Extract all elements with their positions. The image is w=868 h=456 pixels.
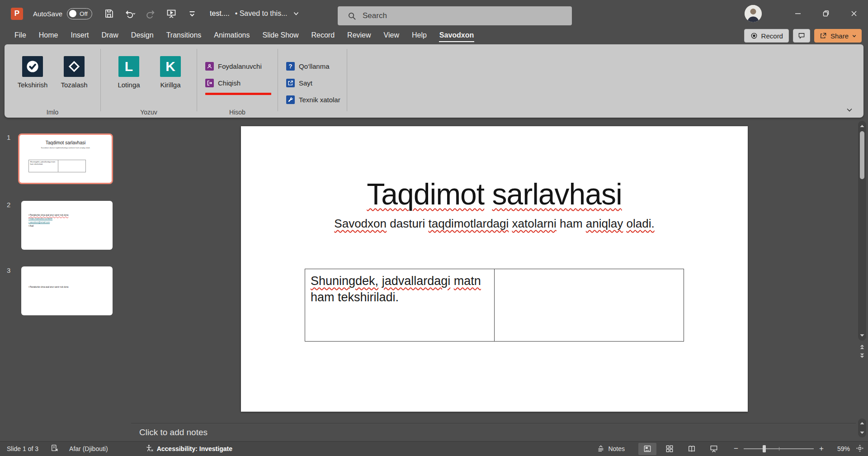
file-name[interactable]: test.... — [210, 10, 230, 18]
mini-bullet: • Paxtakorlar olma asal anor samir nok d… — [28, 214, 113, 217]
zoom-in-button[interactable]: + — [816, 444, 826, 453]
mini-slide-table: Shuningdek, jadvallardagi matn ham teksh… — [28, 160, 85, 172]
tab-home[interactable]: Home — [33, 28, 65, 43]
ribbon-button-chiqish[interactable]: Chiqish — [205, 75, 271, 91]
mini-bullet-list: • Paxtakorlar olma asal anor samir nok d… — [21, 266, 113, 289]
ribbon-button-tozalash[interactable]: Tozalash — [55, 56, 93, 89]
tab-savodxon[interactable]: Savodxon — [433, 28, 480, 43]
close-button[interactable] — [840, 0, 868, 27]
language-indicator[interactable]: Afar (Djibouti) — [69, 445, 108, 452]
ribbon-button-lotinga[interactable]: LLotinga — [110, 56, 148, 89]
powerpoint-window: P AutoSave Off test.... • Saved — [0, 0, 868, 456]
ribbon-button-tekshirish[interactable]: Tekshirish — [14, 56, 52, 89]
thumbnail-preview[interactable]: • Paxtakorlar olma asal anor samir nok d… — [21, 266, 113, 315]
slide-table[interactable]: Shuningdek, jadvallardagi matn ham teksh… — [305, 269, 684, 342]
zoom-out-button[interactable]: − — [731, 444, 741, 453]
slide-subtitle[interactable]: Savodxon dasturi taqdimotlardagi xatolar… — [241, 217, 748, 231]
scroll-down-icon[interactable] — [859, 332, 865, 338]
fit-slide-to-window-icon[interactable] — [855, 444, 864, 454]
ribbon-button-foydalanuvchi[interactable]: Foydalanuvchi — [205, 58, 271, 75]
zoom-slider-thumb[interactable] — [763, 445, 766, 452]
undo-icon[interactable] — [124, 8, 136, 19]
tab-transitions[interactable]: Transitions — [160, 28, 208, 43]
comments-button[interactable] — [793, 29, 810, 43]
reading-view-button[interactable] — [683, 443, 701, 455]
notes-placeholder[interactable]: Click to add notes — [139, 428, 208, 437]
search-box[interactable] — [338, 6, 572, 25]
notes-scroll-down-icon[interactable] — [859, 430, 865, 435]
chevron-down-icon[interactable] — [293, 10, 299, 17]
slide-title[interactable]: Taqdimot sarlavhasi — [241, 177, 748, 211]
collapse-ribbon-icon[interactable] — [845, 106, 854, 114]
table-cell-right[interactable] — [495, 269, 684, 341]
window-controls — [784, 0, 868, 27]
slide-number: 1 — [0, 133, 18, 184]
ribbon-button-qo-llanma[interactable]: ?Qo‘llanma — [286, 58, 340, 75]
table-cell-left[interactable]: Shuningdek, jadvallardagi matn ham teksh… — [305, 269, 495, 341]
ribbon-button-sayt[interactable]: Sayt — [286, 75, 340, 91]
ribbon-button-texnik-xatolar[interactable]: Texnik xatolar — [286, 91, 340, 108]
tab-slide-show[interactable]: Slide Show — [256, 28, 305, 43]
ribbon-group-label: Hisob — [197, 109, 278, 116]
notes-scrollbar[interactable] — [858, 418, 866, 437]
zoom-slider-center-tick — [779, 447, 780, 451]
spell-check-icon[interactable] — [50, 444, 59, 454]
notes-scroll-up-icon[interactable] — [859, 421, 865, 426]
zoom-percent[interactable]: 59% — [830, 445, 850, 452]
slide-sorter-view-button[interactable] — [660, 443, 679, 455]
zoom-slider[interactable] — [744, 445, 814, 453]
previous-slide-icon[interactable] — [859, 345, 865, 350]
tab-record[interactable]: Record — [305, 28, 341, 43]
slide-canvas[interactable]: Taqdimot sarlavhasi Savodxon dasturi taq… — [241, 126, 748, 412]
search-input[interactable] — [363, 11, 543, 20]
tab-help[interactable]: Help — [406, 28, 433, 43]
start-slideshow-icon[interactable] — [165, 8, 177, 19]
tab-design[interactable]: Design — [125, 28, 160, 43]
slide-indicator[interactable]: Slide 1 of 3 — [7, 445, 38, 452]
group-separator — [347, 49, 347, 111]
normal-view-button[interactable] — [638, 443, 656, 455]
slide-thumbnail-panel: 1Taqdimot sarlavhasiSavodxon dasturi taq… — [0, 119, 131, 441]
title-bar: P AutoSave Off test.... • Saved — [0, 0, 868, 27]
ribbon-button-kirillga[interactable]: KKirillga — [151, 56, 189, 89]
workspace: 1Taqdimot sarlavhasiSavodxon dasturi taq… — [0, 119, 868, 441]
slide-number: 2 — [0, 201, 18, 250]
ribbon-group-hisob: FoydalanuvchiChiqishHisob — [197, 44, 278, 118]
toggle-knob — [69, 10, 76, 17]
autosave-toggle[interactable]: Off — [67, 8, 92, 19]
next-slide-icon[interactable] — [859, 352, 865, 358]
ribbon-button-label: Kirillga — [160, 81, 180, 89]
tab-animations[interactable]: Animations — [208, 28, 256, 43]
slide-thumbnail-2[interactable]: 2• Paxtakorlar olma asal anor samir nok … — [0, 201, 131, 250]
slide-thumbnail-1[interactable]: 1Taqdimot sarlavhasiSavodxon dasturi taq… — [0, 133, 131, 184]
slide-thumbnail-3[interactable]: 3• Paxtakorlar olma asal anor samir nok … — [0, 266, 131, 315]
mini-bullet: • Asal — [28, 224, 113, 228]
thumbnail-preview[interactable]: Taqdimot sarlavhasiSavodxon dasturi taqd… — [18, 133, 113, 184]
tab-view[interactable]: View — [377, 28, 406, 43]
tab-draw[interactable]: Draw — [95, 28, 124, 43]
customize-toolbar-icon[interactable] — [186, 8, 198, 19]
minimize-button[interactable] — [784, 0, 812, 27]
restore-button[interactable] — [812, 0, 840, 27]
ribbon-button-label: Lotinga — [118, 81, 140, 89]
record-button[interactable]: Record — [744, 29, 789, 43]
save-icon[interactable] — [103, 8, 115, 19]
status-bar: Slide 1 of 3 Afar (Djibouti) Accessibili… — [0, 441, 868, 456]
mini-bullet-list: • Paxtakorlar olma asal anor samir nok d… — [21, 201, 113, 228]
accessibility-status[interactable]: Accessibility: Investigate — [157, 445, 232, 452]
powerpoint-logo-icon[interactable]: P — [11, 8, 23, 20]
tab-review[interactable]: Review — [341, 28, 377, 43]
scroll-up-icon[interactable] — [859, 124, 865, 129]
ribbon: TekshirishTozalashImloLLotingaKKirillgaY… — [0, 44, 868, 119]
tab-insert[interactable]: Insert — [64, 28, 95, 43]
notes-toggle[interactable]: Notes — [596, 444, 625, 453]
notes-pane[interactable]: Click to add notes — [131, 423, 856, 441]
tab-file[interactable]: File — [8, 28, 33, 43]
scrollbar-thumb[interactable] — [860, 131, 864, 179]
vertical-scrollbar[interactable] — [858, 121, 866, 341]
slideshow-view-button[interactable] — [705, 443, 723, 455]
saved-status[interactable]: • Saved to this... — [235, 10, 288, 18]
thumbnail-preview[interactable]: • Paxtakorlar olma asal anor samir nok d… — [21, 201, 113, 250]
share-button[interactable]: Share — [814, 29, 862, 43]
user-avatar[interactable] — [745, 5, 762, 22]
